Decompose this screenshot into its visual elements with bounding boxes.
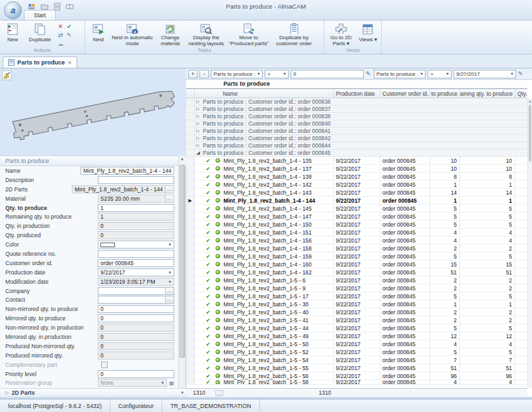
- collapse-icon[interactable]: ◢: [195, 150, 201, 155]
- expand-icon[interactable]: ▷: [195, 99, 201, 104]
- chevron-down-icon[interactable]: ▼: [166, 280, 174, 284]
- field-customer-order-id-[interactable]: order 000845: [98, 259, 174, 267]
- group-row[interactable]: ▷Parts to produce : Customer order id.: …: [186, 135, 527, 142]
- form-scroll-thumb[interactable]: [180, 165, 185, 358]
- go-to-2d-parts-button[interactable]: Go to 2D Parts ▾: [327, 22, 355, 47]
- duplicate-button[interactable]: Duplicate: [25, 22, 55, 47]
- table-row[interactable]: ✔Mint_Ply_1.8_rev2_batch_1-5 - 409/22/20…: [186, 308, 527, 316]
- field-description[interactable]: [98, 176, 174, 184]
- chevron-down-icon[interactable]: ▾: [181, 390, 184, 395]
- ribbon-tab-start[interactable]: Start: [24, 10, 56, 20]
- chevron-down-icon[interactable]: ▼: [255, 72, 262, 76]
- table-row[interactable]: ✔Mint_Ply_1.8_rev2_batch_1-4 - 1459/22/2…: [186, 205, 527, 213]
- field-color[interactable]: ▼: [98, 241, 174, 249]
- field-qty-to-produce[interactable]: 1: [98, 204, 174, 212]
- new-button[interactable]: New: [2, 22, 23, 47]
- field-production-date[interactable]: 9/22/2017▼: [98, 268, 174, 276]
- column-header-qty-to-produce[interactable]: Qty. to produce: [430, 89, 460, 98]
- display-nesting-layouts-button[interactable]: Display the nesting layouts: [187, 22, 225, 47]
- grid-scrollbar[interactable]: ▲: [527, 98, 532, 388]
- group-row[interactable]: ◢Parts to produce : Customer order id.: …: [186, 150, 527, 157]
- move-to-produced-parts-button[interactable]: Move to "Produced parts": [227, 22, 271, 47]
- nest-automatic-button[interactable]: A Nest in automatic mode: [111, 22, 154, 47]
- field-company[interactable]: …: [98, 287, 174, 295]
- table-row[interactable]: ✔Mint_Ply_1.8_rev2_batch_1-4 - 1599/22/2…: [186, 253, 527, 260]
- field-name[interactable]: Mint_Ply_1.8_rev2_batch_1-4 - 144: [80, 167, 174, 175]
- table-row[interactable]: ✔Mint_Ply_1.8_rev2_batch_1-4 - 1519/22/2…: [186, 229, 527, 237]
- table-row[interactable]: ✔Mint_Ply_1.8_rev2_batch_1-5 - 309/22/20…: [186, 300, 527, 308]
- table-row[interactable]: ✔Mint_Ply_1.8_rev2_batch_1-5 - 419/22/20…: [186, 316, 527, 324]
- add-filter-button[interactable]: +: [188, 70, 198, 78]
- field-material[interactable]: S235 20.00 mm…: [98, 195, 174, 203]
- chevron-down-icon[interactable]: ▼: [159, 381, 166, 385]
- table-row[interactable]: ✔Mint_Ply_1.8_rev2_batch_1-4 - 1359/22/2…: [186, 157, 527, 165]
- column-header-name[interactable]: Name: [195, 89, 334, 98]
- expand-icon[interactable]: ▷: [195, 106, 201, 112]
- expand-icon[interactable]: ▷: [5, 390, 9, 395]
- table-row[interactable]: ✔Mint_Ply_1.8_rev2_batch_1-5 - 69/22/201…: [186, 276, 527, 284]
- chevron-down-icon[interactable]: ▼: [281, 72, 288, 76]
- edit-icon[interactable]: ✎: [65, 32, 73, 40]
- table-row[interactable]: ✔Mint_Ply_1.8_rev2_batch_1-5 - 99/22/201…: [186, 284, 527, 292]
- ellipsis-button[interactable]: …: [165, 186, 174, 193]
- field-priority-level[interactable]: 0: [98, 370, 174, 378]
- filter-op2-select[interactable]: >▼: [428, 70, 452, 78]
- chevron-down-icon[interactable]: ▼: [166, 270, 174, 274]
- filter-op1-select[interactable]: >▼: [265, 70, 289, 78]
- scroll-up-icon[interactable]: ▲: [179, 155, 186, 162]
- filter-field2-select[interactable]: Parts to produce : Mo...▼: [374, 70, 426, 78]
- expand-icon[interactable]: ▷: [195, 136, 201, 141]
- table-row[interactable]: ✔Mint_Ply_1.8_rev2_batch_1-4 - 1389/22/2…: [186, 173, 527, 181]
- column-header-production-date[interactable]: Production date: [334, 89, 380, 98]
- refresh-icon[interactable]: ⇄: [57, 32, 65, 40]
- field-modification-date[interactable]: 1/23/2019 3:05:17 PM▼: [98, 278, 174, 286]
- table-row[interactable]: ✔Mint_Ply_1.8_rev2_batch_1-4 - 1589/22/2…: [186, 245, 527, 253]
- group-row[interactable]: ▷Parts to produce : Customer order id.: …: [186, 128, 527, 135]
- field-contact[interactable]: …: [98, 296, 174, 304]
- table-row[interactable]: ✔Mint_Ply_1.8_rev2_batch_1-5 - 449/22/20…: [186, 324, 527, 332]
- group-row[interactable]: ▷Parts to produce : Customer order id.: …: [186, 113, 527, 120]
- filter-value2-select[interactable]: 9/27/2017▼: [454, 70, 516, 78]
- table-row[interactable]: ✔Mint_Ply_1.8_rev2_batch_1-4 - 1429/22/2…: [186, 181, 527, 189]
- chevron-down-icon[interactable]: ▼: [166, 243, 174, 247]
- table-row[interactable]: ✔Mint_Ply_1.8_rev2_batch_1-5 - 559/22/20…: [186, 364, 527, 372]
- chevron-down-icon[interactable]: ▼: [418, 72, 425, 76]
- column-header-remaining-qty[interactable]: Remaining qty. to produce: [460, 89, 515, 98]
- nest-button[interactable]: Nest: [87, 22, 110, 47]
- group-row[interactable]: ▷Parts to produce : Customer order id.: …: [186, 120, 527, 128]
- table-row[interactable]: ✔Mint_Ply_1.8_rev2_batch_1-4 - 1479/22/2…: [186, 213, 527, 221]
- column-header-qty-in[interactable]: Qty. in: [515, 89, 527, 98]
- table-row[interactable]: ✔Mint_Ply_1.8_rev2_batch_1-4 - 1509/22/2…: [186, 221, 527, 229]
- expand-icon[interactable]: ▷: [195, 128, 201, 134]
- column-header-customer-order-id[interactable]: Customer order id.▲: [380, 89, 430, 98]
- group-row[interactable]: ▷Parts to produce : Customer order id.: …: [186, 98, 527, 106]
- edit-filter1-icon[interactable]: ✎: [366, 70, 372, 77]
- table-row[interactable]: ✔Mint_Ply_1.8_rev2_batch_1-4 - 1439/22/2…: [186, 189, 527, 197]
- table-row[interactable]: ✔Mint_Ply_1.8_rev2_batch_1-4 - 1609/22/2…: [186, 260, 527, 268]
- table-row[interactable]: ✔Mint_Ply_1.8_rev2_batch_1-4 - 1569/22/2…: [186, 237, 527, 245]
- preview-edit-button[interactable]: [2, 70, 12, 80]
- ellipsis-button[interactable]: …: [165, 288, 174, 294]
- field-quote-reference-no-[interactable]: [98, 250, 174, 258]
- form-scrollbar[interactable]: ▲: [178, 155, 186, 388]
- table-row[interactable]: ✔Mint_Ply_1.8_rev2_batch_1-4 - 1379/22/2…: [186, 165, 527, 173]
- table-row[interactable]: ✔Mint_Ply_1.8_rev2_batch_1-5 - 589/22/20…: [186, 380, 527, 385]
- filter-value1-input[interactable]: 0: [291, 70, 364, 78]
- chevron-down-icon[interactable]: ▼: [509, 72, 515, 76]
- tab-parts-to-produce[interactable]: Parts to produce ✕: [3, 56, 77, 68]
- change-material-button[interactable]: Change material: [155, 22, 186, 47]
- section-2d-parts[interactable]: ▷ 2D Parts ▾: [0, 388, 186, 397]
- ellipsis-button[interactable]: …: [165, 195, 174, 202]
- field-reservation-group[interactable]: None▼: [98, 379, 167, 387]
- table-row[interactable]: ✔Mint_Ply_1.8_rev2_batch_1-5 - 569/22/20…: [186, 372, 527, 380]
- group-row[interactable]: ▷Parts to produce : Customer order id.: …: [186, 106, 527, 113]
- duplicate-by-customer-order-button[interactable]: Duplicate by customer order: [272, 22, 316, 47]
- views-button[interactable]: Views ▾: [356, 22, 379, 47]
- scroll-up-icon[interactable]: ▲: [528, 98, 532, 104]
- reservation-group-icon[interactable]: ▦: [168, 379, 176, 387]
- field-2d-parts[interactable]: Mint_Ply_1.8_rev2_batch_1-4 - 144…: [72, 185, 174, 193]
- table-row[interactable]: ✔Mint_Ply_1.8_rev2_batch_1-5 - 529/22/20…: [186, 348, 527, 356]
- table-row[interactable]: ▶✔Mint_Ply_1.8_rev2_batch_1-4 - 1449/22/…: [186, 197, 527, 205]
- expand-icon[interactable]: ▷: [195, 121, 201, 126]
- field-non-mirrored-qty-to-produce[interactable]: 0: [98, 305, 174, 313]
